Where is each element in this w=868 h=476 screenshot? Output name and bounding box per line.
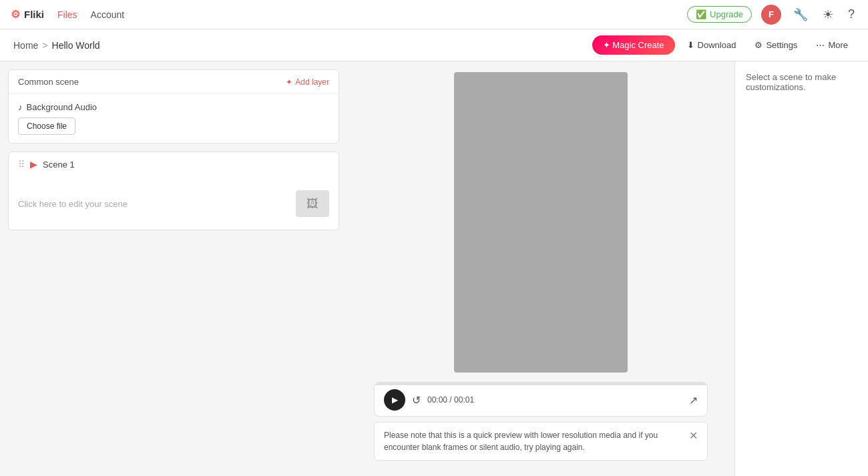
settings-gear-icon: ⚙ xyxy=(754,40,763,50)
nav-right: ✅ Upgrade F 🔧 ☀ ? xyxy=(687,5,857,25)
add-layer-icon: ✦ xyxy=(286,77,292,87)
drag-handle-icon: ⠿ xyxy=(18,159,25,170)
video-preview xyxy=(454,72,628,373)
nav-account-link[interactable]: Account xyxy=(91,9,125,20)
play-triangle-icon: ▶ xyxy=(392,395,398,405)
common-scene-header: Common scene ✦ Add layer xyxy=(9,70,339,94)
more-label: More xyxy=(828,40,848,50)
info-banner-close-button[interactable]: ✕ xyxy=(689,429,698,442)
avatar[interactable]: F xyxy=(761,5,781,25)
right-panel-message: Select a scene to make customizations. xyxy=(746,72,836,92)
breadcrumb-current: Hello World xyxy=(52,40,100,51)
info-banner: Please note that this is a quick preview… xyxy=(374,422,708,461)
bg-audio-label: ♪ Background Audio xyxy=(18,102,329,112)
scene1-title: Scene 1 xyxy=(43,160,75,170)
share-button[interactable]: ↗ xyxy=(689,394,698,407)
scene1-header: ⠿ ▶ Scene 1 xyxy=(9,152,339,176)
image-icon: 🖼 xyxy=(306,197,318,211)
add-layer-label: Add layer xyxy=(295,77,329,87)
magic-create-button[interactable]: ✦ Magic Create xyxy=(592,35,675,55)
breadcrumb-actions: ✦ Magic Create ⬇ Download ⚙ Settings ⋯ M… xyxy=(592,35,855,55)
logo-gear-icon: ⚙ xyxy=(11,8,20,21)
add-layer-button[interactable]: ✦ Add layer xyxy=(286,77,329,87)
common-scene-title: Common scene xyxy=(18,77,79,87)
music-note-icon: ♪ xyxy=(18,102,23,112)
more-button[interactable]: ⋯ More xyxy=(809,36,855,54)
logo-text: Fliki xyxy=(24,9,44,20)
info-banner-text: Please note that this is a quick preview… xyxy=(384,429,682,453)
breadcrumb: Home > Hello World xyxy=(13,40,100,51)
scene1-card[interactable]: ⠿ ▶ Scene 1 Click here to edit your scen… xyxy=(8,152,339,230)
breadcrumb-home[interactable]: Home xyxy=(13,40,38,51)
app-logo[interactable]: ⚙ Fliki xyxy=(11,8,44,21)
help-icon-button[interactable]: ? xyxy=(845,5,857,24)
common-scene-card: Common scene ✦ Add layer ♪ Background Au… xyxy=(8,69,339,144)
upgrade-button[interactable]: ✅ Upgrade xyxy=(687,6,752,23)
settings-button[interactable]: ⚙ Settings xyxy=(748,36,804,54)
choose-file-button[interactable]: Choose file xyxy=(18,117,75,135)
upgrade-label: Upgrade xyxy=(710,9,743,19)
bg-audio-text: Background Audio xyxy=(27,102,97,112)
common-scene-body: ♪ Background Audio Choose file xyxy=(9,94,339,143)
settings-label: Settings xyxy=(766,40,797,50)
scene1-placeholder: Click here to edit your scene xyxy=(18,199,128,209)
wrench-icon-button[interactable]: 🔧 xyxy=(791,5,811,25)
top-navigation: ⚙ Fliki Files Account ✅ Upgrade F 🔧 ☀ ? xyxy=(0,0,868,29)
player-controls: ▶ ↺ 00:00 / 00:01 ↗ xyxy=(374,382,708,417)
controls-left: ▶ ↺ 00:00 / 00:01 xyxy=(384,389,474,411)
controls-row: ▶ ↺ 00:00 / 00:01 ↗ xyxy=(375,385,707,411)
nav-left: ⚙ Fliki Files Account xyxy=(11,8,124,21)
download-icon: ⬇ xyxy=(687,40,694,50)
download-label: Download xyxy=(698,40,736,50)
avatar-initial: F xyxy=(769,9,774,19)
scene1-image-placeholder: 🖼 xyxy=(296,190,329,217)
replay-button[interactable]: ↺ xyxy=(412,394,421,407)
right-panel: Select a scene to make customizations. xyxy=(734,61,868,476)
download-button[interactable]: ⬇ Download xyxy=(680,36,743,54)
scene1-play-icon: ▶ xyxy=(30,159,37,170)
center-preview: ▶ ↺ 00:00 / 00:01 ↗ Please note that thi… xyxy=(347,61,734,476)
left-panel: Common scene ✦ Add layer ♪ Background Au… xyxy=(0,61,347,476)
breadcrumb-bar: Home > Hello World ✦ Magic Create ⬇ Down… xyxy=(0,29,868,61)
nav-files-link[interactable]: Files xyxy=(57,9,77,20)
more-dots-icon: ⋯ xyxy=(816,40,825,50)
play-button[interactable]: ▶ xyxy=(384,389,405,411)
sun-icon-button[interactable]: ☀ xyxy=(820,5,836,25)
main-layout: Common scene ✦ Add layer ♪ Background Au… xyxy=(0,61,868,476)
breadcrumb-separator: > xyxy=(42,40,47,51)
scene1-body[interactable]: Click here to edit your scene 🖼 xyxy=(9,176,339,230)
time-display: 00:00 / 00:01 xyxy=(427,395,474,405)
upgrade-check-icon: ✅ xyxy=(696,9,706,19)
